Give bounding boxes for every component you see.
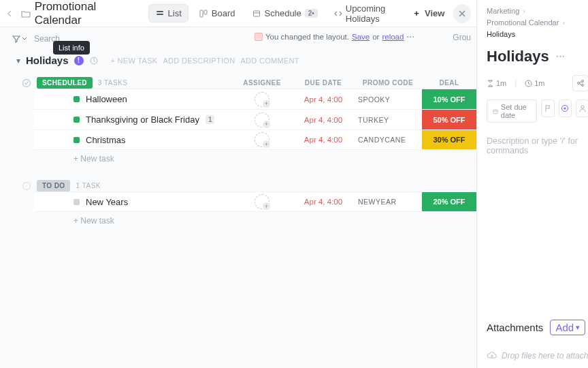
add-view-button[interactable]: + View bbox=[406, 5, 451, 22]
attachments-section: Attachments Add ▾ Drop files here to att… bbox=[487, 258, 588, 368]
task-name[interactable]: New Years bbox=[86, 197, 128, 207]
sprint-icon bbox=[561, 104, 569, 112]
add-assignee-button[interactable] bbox=[255, 112, 270, 127]
description-field[interactable]: Description or type '/' for commands bbox=[487, 136, 588, 155]
col-due-date[interactable]: DUE DATE bbox=[293, 79, 354, 87]
add-assignee-button[interactable] bbox=[255, 92, 270, 107]
time-estimate[interactable]: 1m bbox=[487, 79, 506, 87]
add-comment-link[interactable]: ADD COMMENT bbox=[240, 57, 299, 65]
task-row[interactable]: HalloweenApr 4, 4:00SPOOKY10% OFF bbox=[34, 89, 476, 109]
more-icon[interactable]: ··· bbox=[406, 33, 415, 41]
add-attachment-button[interactable]: Add ▾ bbox=[550, 320, 585, 335]
layout-change-notice: You changed the layout. Save or reload ·… bbox=[255, 33, 415, 41]
tab-label: Board bbox=[212, 8, 235, 18]
due-date[interactable]: Apr 4, 4:00 bbox=[293, 95, 354, 104]
deal-badge[interactable]: 30% OFF bbox=[422, 130, 476, 149]
reload-layout-link[interactable]: reload bbox=[382, 33, 404, 41]
time-tracked[interactable]: 1m bbox=[525, 79, 544, 87]
add-description-link[interactable]: ADD DESCRIPTION bbox=[163, 57, 235, 65]
svg-point-9 bbox=[578, 82, 580, 85]
svg-point-15 bbox=[581, 106, 584, 108]
collapse-list-icon[interactable]: ▾ bbox=[16, 56, 20, 65]
close-button[interactable] bbox=[453, 4, 471, 23]
deal-badge[interactable]: 10% OFF bbox=[422, 89, 476, 109]
tab-label: Schedule bbox=[265, 8, 301, 18]
add-assignee-button[interactable] bbox=[255, 194, 270, 209]
task-count: 3 TASKS bbox=[98, 79, 128, 87]
promo-code[interactable]: TURKEY bbox=[354, 116, 422, 124]
nav-back-icon[interactable] bbox=[5, 8, 16, 19]
tab-badge: 2• bbox=[305, 9, 318, 18]
task-name[interactable]: Christmas bbox=[86, 135, 126, 145]
cloud-upload-icon bbox=[487, 350, 497, 361]
list-name[interactable]: Holidays bbox=[26, 55, 69, 66]
share-button[interactable] bbox=[572, 75, 588, 91]
due-date[interactable]: Apr 4, 4:00 bbox=[293, 198, 354, 206]
attachment-dropzone[interactable]: Drop files here to attach bbox=[487, 350, 588, 361]
list-info-tooltip: List info bbox=[53, 41, 90, 55]
top-tabs-bar: Promotional Calendar List Board Schedule… bbox=[0, 0, 476, 27]
tab-board[interactable]: Board bbox=[193, 5, 242, 22]
new-task-button[interactable]: + New task bbox=[34, 212, 476, 230]
chevron-down-icon: ▾ bbox=[576, 323, 580, 332]
promo-code[interactable]: SPOOKY bbox=[354, 95, 422, 104]
promo-code[interactable]: CANDYCANE bbox=[354, 136, 422, 144]
task-name[interactable]: Halloween bbox=[86, 94, 127, 104]
section-todo: TO DO 1 TASK New YearsApr 4, 4:00NEWYEAR… bbox=[0, 180, 476, 230]
sprint-button[interactable] bbox=[559, 99, 572, 117]
clock-icon bbox=[525, 80, 532, 87]
folder-title[interactable]: Promotional Calendar bbox=[21, 0, 136, 27]
panel-title: Holidays ··· bbox=[487, 48, 588, 65]
add-assignee-button[interactable] bbox=[255, 132, 270, 147]
task-row[interactable]: Thanksgiving or Black Friday1Apr 4, 4:00… bbox=[34, 109, 476, 129]
due-date[interactable]: Apr 4, 4:00 bbox=[293, 136, 354, 144]
task-row[interactable]: ChristmasApr 4, 4:00CANDYCANE30% OFF bbox=[34, 129, 476, 150]
deal-badge[interactable]: 50% OFF bbox=[422, 110, 476, 129]
tab-list[interactable]: List bbox=[148, 4, 189, 22]
svg-rect-12 bbox=[493, 110, 497, 114]
assignee-button[interactable] bbox=[576, 99, 588, 117]
status-square-icon[interactable] bbox=[74, 199, 80, 205]
status-square-icon[interactable] bbox=[74, 96, 80, 102]
set-due-date-button[interactable]: Set due date bbox=[487, 99, 537, 123]
save-layout-link[interactable]: Save bbox=[352, 33, 370, 41]
col-assignee[interactable]: ASSIGNEE bbox=[231, 79, 293, 87]
calendar-icon bbox=[493, 108, 498, 115]
due-date[interactable]: Apr 4, 4:00 bbox=[293, 116, 354, 124]
deal-badge[interactable]: 20% OFF bbox=[422, 192, 476, 211]
promo-code[interactable]: NEWYEAR bbox=[354, 198, 422, 206]
svg-rect-3 bbox=[204, 10, 207, 14]
breadcrumb[interactable]: Marketing› Promotional Calendar› Holiday… bbox=[487, 7, 588, 38]
new-task-link[interactable]: + NEW TASK bbox=[111, 57, 158, 65]
list-settings-icon[interactable] bbox=[89, 56, 99, 65]
new-task-button[interactable]: + New task bbox=[34, 150, 476, 168]
group-by-button[interactable]: Grou bbox=[453, 33, 471, 42]
tab-schedule[interactable]: Schedule 2• bbox=[246, 5, 324, 22]
details-panel: Marketing› Promotional Calendar› Holiday… bbox=[476, 0, 588, 368]
status-circle-icon[interactable] bbox=[22, 181, 31, 191]
tab-label: View bbox=[425, 8, 444, 18]
subtask-count[interactable]: 1 bbox=[206, 115, 215, 124]
status-square-icon[interactable] bbox=[74, 137, 80, 143]
list-info-button[interactable]: ! bbox=[74, 56, 84, 65]
view-tabs: List Board Schedule 2• Upcoming Holidays… bbox=[148, 0, 451, 27]
svg-point-10 bbox=[582, 80, 584, 82]
status-pill[interactable]: SCHEDULED bbox=[37, 77, 93, 89]
task-name[interactable]: Thanksgiving or Black Friday bbox=[86, 114, 199, 125]
more-icon[interactable]: ··· bbox=[556, 50, 565, 63]
tab-upcoming-holidays[interactable]: Upcoming Holidays bbox=[328, 0, 402, 27]
svg-point-7 bbox=[23, 182, 31, 189]
chevron-down-icon bbox=[22, 36, 27, 42]
col-promo-code[interactable]: PROMO CODE bbox=[354, 79, 422, 87]
status-circle-icon[interactable] bbox=[22, 78, 31, 88]
attachments-title: Attachments bbox=[487, 322, 543, 333]
col-deal[interactable]: DEAL bbox=[422, 79, 476, 87]
flag-icon bbox=[544, 104, 552, 112]
status-square-icon[interactable] bbox=[74, 117, 80, 123]
person-icon bbox=[578, 104, 587, 112]
filter-button[interactable] bbox=[12, 35, 27, 43]
task-row[interactable]: New YearsApr 4, 4:00NEWYEAR20% OFF bbox=[34, 191, 476, 212]
status-pill[interactable]: TO DO bbox=[37, 180, 70, 191]
svg-rect-1 bbox=[157, 14, 163, 15]
priority-button[interactable] bbox=[541, 99, 554, 117]
